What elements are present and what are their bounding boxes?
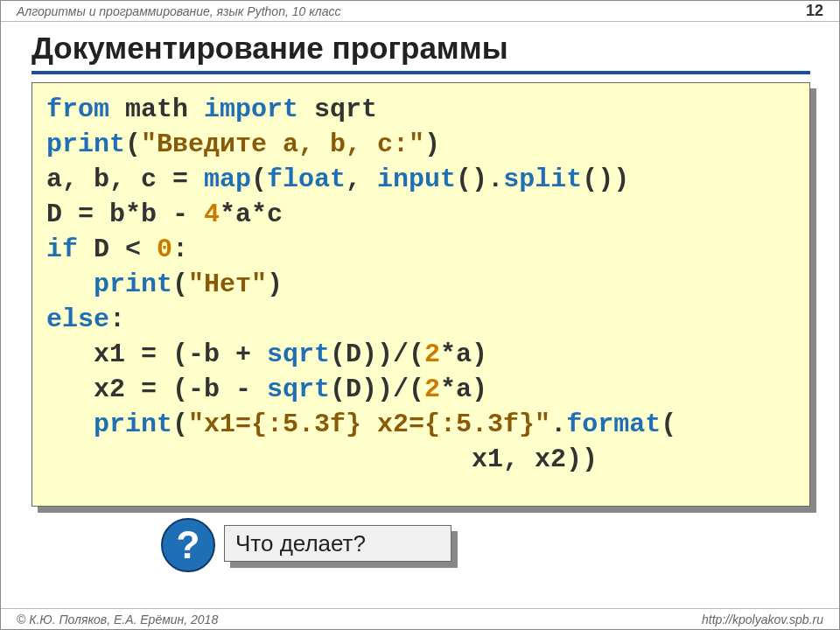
footer-right: http://kpolyakov.spb.ru xyxy=(702,612,823,626)
comma: , xyxy=(346,164,377,194)
dot: . xyxy=(550,410,566,439)
string-format: "x1={:5.3f} x2={:5.3f}" xyxy=(188,410,550,439)
paren: ( xyxy=(251,164,267,194)
indent xyxy=(46,270,94,299)
keyword-from: from xyxy=(46,94,109,124)
dot: . xyxy=(487,164,503,194)
footer-bar: © К.Ю. Поляков, Е.А. Ерёмин, 2018 http:/… xyxy=(1,608,839,629)
question-mark: ? xyxy=(177,523,200,567)
indent xyxy=(46,410,94,439)
number-0: 0 xyxy=(157,234,172,264)
sqrt-d: (D))/( xyxy=(330,374,424,404)
paren: ( xyxy=(172,410,188,439)
keyword-if: if xyxy=(46,234,78,264)
number-2: 2 xyxy=(424,374,440,404)
paren-pair: () xyxy=(456,164,487,194)
paren: ) xyxy=(613,164,629,194)
x1-pre: x1 = (-b + xyxy=(46,340,267,369)
func-sqrt: sqrt xyxy=(267,340,330,369)
number-2: 2 xyxy=(424,340,440,369)
func-input: input xyxy=(377,164,456,194)
assign-d: D = b*b - xyxy=(46,200,204,229)
if-cond: D < xyxy=(78,234,157,264)
func-print: print xyxy=(46,130,125,159)
slide: Алгоритмы и программирование, язык Pytho… xyxy=(0,0,840,630)
ident-sqrt: sqrt xyxy=(314,94,377,124)
string-prompt: "Введите a, b, c:" xyxy=(141,130,424,159)
string-no: "Нет" xyxy=(188,270,267,299)
page-title: Документирование программы xyxy=(32,31,508,66)
paren: ( xyxy=(661,410,676,439)
page-number: 12 xyxy=(806,2,823,20)
keyword-import: import xyxy=(204,94,298,124)
func-map: map xyxy=(204,164,251,194)
keyword-else: else xyxy=(46,304,109,334)
x2-pre: x2 = (-b - xyxy=(46,374,267,404)
print-args: x1, x2)) xyxy=(46,444,598,474)
func-sqrt: sqrt xyxy=(267,374,330,404)
header-bar: Алгоритмы и программирование, язык Pytho… xyxy=(1,1,839,22)
colon: : xyxy=(109,304,125,334)
func-print: print xyxy=(94,410,172,439)
number-4: 4 xyxy=(204,200,220,229)
sqrt-d: (D))/( xyxy=(330,340,424,369)
code-block: from math import sqrt print("Введите a, … xyxy=(32,82,810,507)
paren: ) xyxy=(267,270,283,299)
paren: ( xyxy=(125,130,141,159)
header-text: Алгоритмы и программирование, язык Pytho… xyxy=(17,4,340,18)
paren-pair: () xyxy=(582,164,613,194)
star-a-close: *a) xyxy=(440,340,487,369)
func-split: split xyxy=(503,164,582,194)
title-underline xyxy=(32,71,810,74)
paren: ( xyxy=(172,270,188,299)
func-format: format xyxy=(566,410,661,439)
question-icon: ? xyxy=(161,518,215,572)
func-print: print xyxy=(94,270,172,299)
footer-left: © К.Ю. Поляков, Е.А. Ерёмин, 2018 xyxy=(17,612,218,626)
star-ac: *a*c xyxy=(220,200,283,229)
module-math: math xyxy=(125,94,188,124)
assign-abc: a, b, c = xyxy=(46,164,204,194)
question-text: Что делает? xyxy=(235,530,366,557)
func-float: float xyxy=(267,164,346,194)
colon: : xyxy=(172,234,188,264)
paren: ) xyxy=(424,130,440,159)
question-box: Что делает? xyxy=(224,525,452,562)
star-a-close: *a) xyxy=(440,374,487,404)
